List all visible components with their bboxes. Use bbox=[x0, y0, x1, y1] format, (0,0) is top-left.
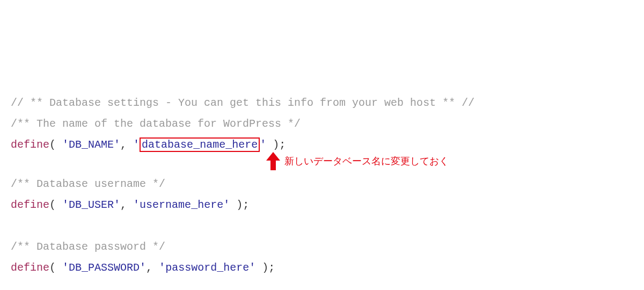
paren-close: ); bbox=[266, 139, 286, 151]
annotation-row: 新しいデータベース名に変更しておく bbox=[11, 155, 633, 173]
define-db-password-line: define( 'DB_PASSWORD', 'password_here' )… bbox=[11, 257, 633, 278]
db-name-value: 'database_name_here' bbox=[133, 137, 266, 152]
db-name-key: 'DB_NAME' bbox=[62, 139, 120, 151]
comment-db-password: /** Database password */ bbox=[11, 241, 165, 253]
comment-db-user: /** Database username */ bbox=[11, 178, 165, 190]
arrow-up-icon bbox=[266, 152, 280, 170]
db-name-highlight: database_name_here bbox=[140, 137, 260, 152]
define-keyword: define bbox=[11, 139, 49, 151]
define-db-user-line: define( 'DB_USER', 'username_here' ); bbox=[11, 194, 633, 215]
comment-db-name: /** The name of the database for WordPre… bbox=[11, 118, 301, 130]
comma-sep: , bbox=[120, 139, 133, 151]
define-keyword: define bbox=[11, 199, 49, 211]
svg-marker-0 bbox=[266, 152, 280, 170]
db-user-value: 'username_here' bbox=[133, 199, 230, 211]
comment-db-settings: // ** Database settings - You can get th… bbox=[11, 97, 474, 109]
db-password-value: 'password_here' bbox=[159, 262, 255, 274]
db-user-key: 'DB_USER' bbox=[62, 199, 120, 211]
db-password-key: 'DB_PASSWORD' bbox=[62, 262, 146, 274]
paren-open: ( bbox=[49, 139, 62, 151]
define-keyword: define bbox=[11, 262, 49, 274]
annotation-text: 新しいデータベース名に変更しておく bbox=[284, 156, 449, 166]
